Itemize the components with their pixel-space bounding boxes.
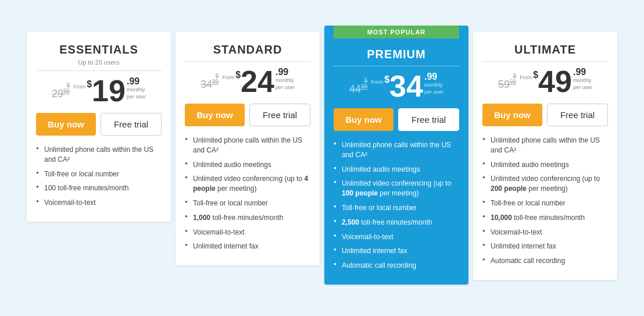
main-price-ultimate: 49 xyxy=(538,66,572,97)
buttons-row-premium: Buy now Free trial xyxy=(334,108,459,131)
dollar-sign-standard: $ xyxy=(235,70,241,80)
old-amount-premium: 4499 xyxy=(349,84,367,94)
feature-item: Unlimited audio meetings xyxy=(482,160,608,170)
old-amount-ultimate: 5999 xyxy=(498,79,516,90)
feature-item: Toll-free or local number xyxy=(482,198,608,208)
from-label-standard: From xyxy=(222,74,234,80)
from-label-ultimate: From xyxy=(520,74,532,80)
price-period-premium: monthlyper user xyxy=(424,82,443,95)
old-price-ultimate: $ 5999 xyxy=(498,73,516,90)
plan-divider-premium xyxy=(334,66,459,66)
price-right-essentials: .99 monthlyper user xyxy=(127,76,146,101)
plan-name-premium: PREMIUM xyxy=(334,48,459,61)
plan-subtitle-essentials: Up to 20 users xyxy=(36,59,162,66)
plan-card-standard: STANDARD $ 3499 From $ 24 .99 monthlyper… xyxy=(176,31,320,265)
feature-item: Voicemail-to-text xyxy=(185,228,310,237)
feature-item: Unlimited internet fax xyxy=(185,242,310,251)
main-price-standard: 24 xyxy=(241,66,274,97)
feature-item: Unlimited phone calls within the US and … xyxy=(185,136,310,155)
feature-item: Unlimited audio meetings xyxy=(334,165,459,175)
price-period-essentials: monthlyper user xyxy=(127,87,146,100)
old-price-standard: $ 3499 xyxy=(201,73,219,90)
price-period-ultimate: monthlyper user xyxy=(573,77,592,91)
feature-item: 1,000 toll-free minutes/month xyxy=(185,213,310,223)
feature-item: Unlimited phone calls within the US and … xyxy=(482,136,608,155)
price-right-standard: .99 monthlyper user xyxy=(276,66,295,91)
price-period-standard: monthlyper user xyxy=(276,77,295,91)
buttons-row-standard: Buy now Free trial xyxy=(185,104,310,126)
feature-item: Automatic call recording xyxy=(482,256,608,266)
new-price-premium: From $ 34 .99 monthlyper user xyxy=(371,71,443,101)
main-price-essentials: 19 xyxy=(92,76,126,106)
new-price-standard: From $ 24 .99 monthlyper user xyxy=(222,66,295,97)
from-label-premium: From xyxy=(371,79,383,85)
trial-button-standard[interactable]: Free trial xyxy=(249,104,310,126)
from-label-essentials: From xyxy=(73,84,85,90)
feature-item: Unlimited phone calls within the US and … xyxy=(334,140,459,160)
feature-item: Voicemail-to-text xyxy=(482,228,608,237)
plan-name-standard: STANDARD xyxy=(185,43,310,56)
buy-button-essentials[interactable]: Buy now xyxy=(36,113,96,136)
feature-item: Unlimited internet fax xyxy=(482,242,608,251)
new-price-essentials: From $ 19 .99 monthlyper user xyxy=(73,76,146,106)
most-popular-badge: MOST POPULAR xyxy=(334,26,459,38)
feature-item: 10,000 toll-free minutes/month xyxy=(482,213,608,223)
old-amount-essentials: 2999 xyxy=(52,88,70,99)
features-list-standard: Unlimited phone calls within the US and … xyxy=(185,136,310,251)
dollar-sign-essentials: $ xyxy=(87,79,92,90)
features-list-premium: Unlimited phone calls within the US and … xyxy=(334,140,459,271)
buttons-row-ultimate: Buy now Free trial xyxy=(482,104,608,126)
buttons-row-essentials: Buy now Free trial xyxy=(36,113,162,136)
feature-item: Unlimited video conferencing (up to 200 … xyxy=(482,174,608,194)
price-cents-standard: .99 xyxy=(276,66,295,77)
pricing-block-ultimate: $ 5999 From $ 49 .99 monthlyper user xyxy=(482,66,608,97)
feature-item: 2,500 toll-free minutes/month xyxy=(334,218,459,228)
plan-divider-ultimate xyxy=(482,61,608,62)
pricing-block-essentials: $ 2999 From $ 19 .99 monthlyper user xyxy=(36,76,162,106)
main-price-premium: 34 xyxy=(389,71,423,101)
plan-card-ultimate: ULTIMATE $ 5999 From $ 49 .99 monthlyper… xyxy=(473,31,617,280)
feature-item: Unlimited video conferencing (up to 100 … xyxy=(334,179,459,198)
plan-name-essentials: ESSENTIALS xyxy=(36,43,162,56)
feature-item: Toll-free or local number xyxy=(185,198,310,208)
plan-card-essentials: ESSENTIALSUp to 20 users $ 2999 From $ 1… xyxy=(27,31,171,222)
buy-button-premium[interactable]: Buy now xyxy=(334,108,393,131)
feature-item: Automatic call recording xyxy=(334,261,459,271)
feature-item: Unlimited phone calls within the US and … xyxy=(36,145,162,165)
plan-divider-standard xyxy=(185,61,310,62)
plan-card-premium: MOST POPULARPREMIUM $ 4499 From $ 34 .99… xyxy=(324,26,468,285)
feature-item: Voicemail-to-text xyxy=(334,232,459,242)
trial-button-ultimate[interactable]: Free trial xyxy=(547,104,608,126)
feature-item: Unlimited video conferencing (up to 4 pe… xyxy=(185,174,310,194)
plan-name-ultimate: ULTIMATE xyxy=(482,43,608,56)
price-cents-ultimate: .99 xyxy=(573,66,592,77)
price-cents-premium: .99 xyxy=(424,71,443,82)
pricing-block-premium: $ 4499 From $ 34 .99 monthlyper user xyxy=(334,71,459,101)
dollar-sign-premium: $ xyxy=(384,74,389,85)
buy-button-ultimate[interactable]: Buy now xyxy=(482,104,542,126)
old-price-premium: $ 4499 xyxy=(349,78,367,94)
plan-divider-essentials xyxy=(36,70,162,71)
feature-item: Toll-free or local number xyxy=(36,169,162,179)
old-price-essentials: $ 2999 xyxy=(52,83,70,99)
pricing-block-standard: $ 3499 From $ 24 .99 monthlyper user xyxy=(185,66,310,97)
price-cents-essentials: .99 xyxy=(127,76,146,87)
trial-button-premium[interactable]: Free trial xyxy=(398,108,459,131)
feature-item: Unlimited internet fax xyxy=(334,246,459,256)
price-right-premium: .99 monthlyper user xyxy=(424,71,443,96)
features-list-essentials: Unlimited phone calls within the US and … xyxy=(36,145,162,208)
old-amount-standard: 3499 xyxy=(201,79,219,90)
dollar-sign-ultimate: $ xyxy=(533,70,538,80)
features-list-ultimate: Unlimited phone calls within the US and … xyxy=(482,136,608,266)
feature-item: Toll-free or local number xyxy=(334,203,459,213)
feature-item: 100 toll-free minutes/month xyxy=(36,183,162,193)
trial-button-essentials[interactable]: Free trial xyxy=(101,113,162,136)
price-right-ultimate: .99 monthlyper user xyxy=(573,66,592,91)
pricing-container: ESSENTIALSUp to 20 users $ 2999 From $ 1… xyxy=(27,31,617,285)
new-price-ultimate: From $ 49 .99 monthlyper user xyxy=(520,66,592,97)
feature-item: Voicemail-to-text xyxy=(36,198,162,208)
buy-button-standard[interactable]: Buy now xyxy=(185,104,245,126)
feature-item: Unlimited audio meetings xyxy=(185,160,310,170)
